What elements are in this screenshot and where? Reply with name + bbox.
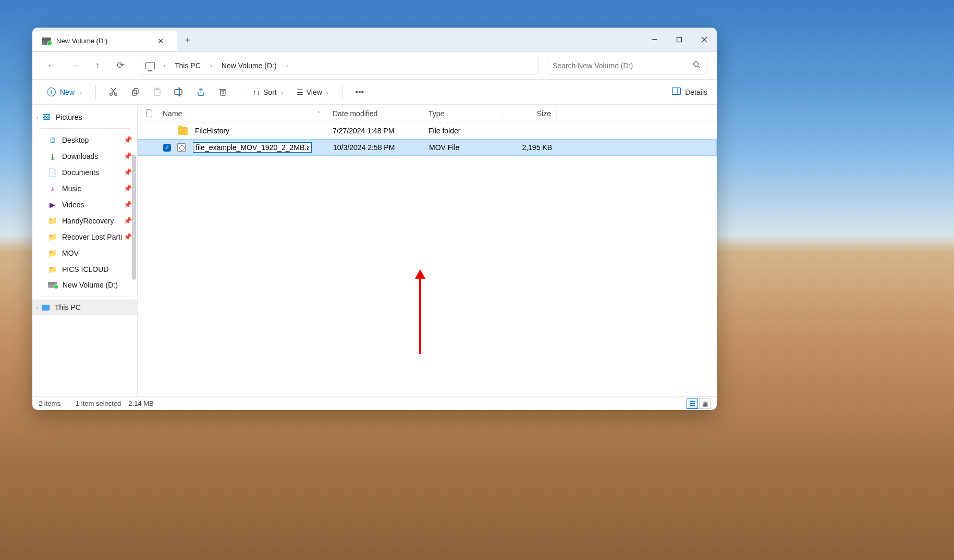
- videos-icon: ▶: [48, 200, 57, 209]
- status-bar: 2 items 1 item selected 2.14 MB ☰ ▦: [32, 396, 717, 410]
- drive-icon: [48, 282, 57, 288]
- column-headers: Name ⌃ Date modified Type Size: [138, 105, 717, 122]
- new-button[interactable]: + New ⌄: [42, 84, 88, 99]
- sidebar-item[interactable]: 📁Recover Lost Parti📌: [32, 229, 137, 245]
- folder-icon: 📁: [48, 248, 57, 257]
- up-button[interactable]: ↑: [88, 56, 107, 76]
- tab-title: New Volume (D:): [56, 37, 148, 45]
- close-tab-button[interactable]: ✕: [153, 34, 168, 48]
- view-button[interactable]: ☰ View ⌄: [291, 85, 335, 99]
- sort-indicator-icon: ⌃: [316, 110, 321, 116]
- more-button[interactable]: •••: [350, 83, 370, 101]
- sidebar-item[interactable]: 📁HandyRecovery📌: [32, 213, 137, 229]
- pictures-icon: 🖼: [42, 113, 51, 121]
- sidebar-item-label: Pictures: [56, 113, 82, 121]
- sidebar-item[interactable]: ▶Videos📌: [32, 196, 137, 213]
- paste-button[interactable]: [147, 83, 167, 101]
- back-button[interactable]: ←: [42, 56, 62, 76]
- window-tab[interactable]: New Volume (D:) ✕: [32, 31, 177, 51]
- maximize-button[interactable]: [667, 28, 692, 51]
- share-button[interactable]: [191, 83, 211, 101]
- details-pane-button[interactable]: Details: [672, 88, 707, 96]
- rename-input[interactable]: [193, 142, 312, 153]
- copy-button[interactable]: [125, 83, 145, 101]
- navigation-pane: › 🖼 Pictures 🖥Desktop📌⭳Downloads📌📄Docume…: [32, 105, 138, 396]
- chevron-right-icon: ›: [36, 304, 39, 310]
- search-input[interactable]: [553, 61, 693, 70]
- sidebar-item[interactable]: 📄Documents📌: [32, 164, 137, 180]
- cut-button[interactable]: [103, 83, 123, 101]
- sidebar-item-label: PICS ICLOUD: [62, 265, 108, 273]
- breadcrumb-item[interactable]: This PC: [172, 59, 204, 72]
- details-view-button[interactable]: ☰: [687, 399, 698, 409]
- window-controls: [642, 28, 717, 51]
- type-cell: MOV File: [424, 143, 503, 152]
- thumbnails-view-button[interactable]: ▦: [699, 399, 711, 409]
- row-checkbox[interactable]: ✓: [163, 144, 171, 152]
- separator: [342, 85, 343, 99]
- name-cell: ✓: [158, 142, 328, 153]
- delete-button[interactable]: [213, 83, 233, 101]
- forward-button[interactable]: →: [65, 56, 84, 76]
- svg-line-8: [112, 88, 116, 93]
- address-bar[interactable]: › This PC › New Volume (D:) ›: [140, 57, 539, 74]
- sidebar-item[interactable]: ⭳Downloads📌: [32, 148, 137, 164]
- column-header-size[interactable]: Size: [503, 109, 557, 118]
- titlebar: New Volume (D:) ✕ ＋: [32, 28, 717, 52]
- file-row[interactable]: FileHistory7/27/2024 1:48 PMFile folder: [138, 122, 717, 139]
- pc-icon: [145, 62, 155, 69]
- sidebar-item-label: Music: [62, 184, 81, 193]
- sidebar-item[interactable]: New Volume (D:): [32, 277, 137, 293]
- svg-rect-18: [221, 90, 225, 95]
- rename-button[interactable]: [169, 83, 189, 101]
- list-icon: ☰: [297, 88, 303, 96]
- close-window-button[interactable]: [692, 28, 717, 51]
- column-header-type[interactable]: Type: [423, 109, 503, 118]
- sidebar-item[interactable]: 📁PICS ICLOUD: [32, 261, 137, 277]
- svg-line-9: [111, 88, 115, 93]
- sort-label: Sort: [263, 88, 277, 96]
- view-switcher: ☰ ▦: [687, 399, 711, 409]
- video-file-icon: [177, 143, 186, 152]
- sidebar-item[interactable]: ♪Music📌: [32, 180, 137, 196]
- folder-icon: 📁: [48, 216, 57, 225]
- svg-point-6: [109, 93, 112, 96]
- sidebar-item-this-pc[interactable]: › This PC: [32, 300, 137, 315]
- scrollbar[interactable]: [131, 155, 137, 280]
- music-icon: ♪: [48, 184, 57, 193]
- desktop-icon: 🖥: [48, 135, 57, 144]
- refresh-button[interactable]: ⟳: [111, 56, 130, 76]
- sort-button[interactable]: ↑↓ Sort ⌄: [248, 85, 289, 99]
- new-tab-button[interactable]: ＋: [177, 28, 198, 51]
- chevron-right-icon: ›: [36, 114, 39, 120]
- sidebar-item-label: Recover Lost Parti: [62, 233, 122, 241]
- separator: [68, 400, 68, 407]
- file-row[interactable]: ✓10/3/2024 2:58 PMMOV File2,195 KB: [138, 139, 717, 156]
- details-label: Details: [685, 88, 707, 96]
- sidebar-item[interactable]: 📁MOV: [32, 245, 137, 261]
- chevron-right-icon: ›: [206, 62, 216, 69]
- command-bar: + New ⌄ ↑↓ Sort ⌄ ☰ View ⌄ ••• Details: [32, 80, 717, 105]
- new-label: New: [60, 88, 75, 96]
- column-header-name[interactable]: Name ⌃: [157, 109, 327, 118]
- downloads-icon: ⭳: [48, 152, 57, 160]
- chevron-down-icon: ⌄: [280, 89, 284, 95]
- plus-circle-icon: +: [47, 88, 56, 96]
- pin-icon: 📌: [124, 136, 132, 144]
- folder-icon: 📁: [48, 232, 57, 241]
- search-box[interactable]: [546, 57, 707, 74]
- sidebar-item-pictures[interactable]: › 🖼 Pictures: [32, 109, 137, 125]
- svg-rect-22: [672, 88, 681, 95]
- size-cell: 2,195 KB: [503, 143, 557, 152]
- svg-rect-14: [175, 90, 182, 94]
- sidebar-item[interactable]: 🖥Desktop📌: [32, 132, 137, 148]
- select-all-checkbox[interactable]: [141, 109, 157, 117]
- chevron-down-icon: ⌄: [79, 89, 83, 95]
- column-header-date[interactable]: Date modified: [327, 109, 423, 118]
- minimize-button[interactable]: [642, 28, 667, 51]
- breadcrumb-item[interactable]: New Volume (D:): [218, 59, 280, 72]
- svg-rect-11: [134, 89, 138, 94]
- file-list: Name ⌃ Date modified Type Size FileHisto…: [138, 105, 717, 396]
- main-area: › 🖼 Pictures 🖥Desktop📌⭳Downloads📌📄Docume…: [32, 105, 717, 396]
- sidebar-item-label: Videos: [62, 201, 84, 209]
